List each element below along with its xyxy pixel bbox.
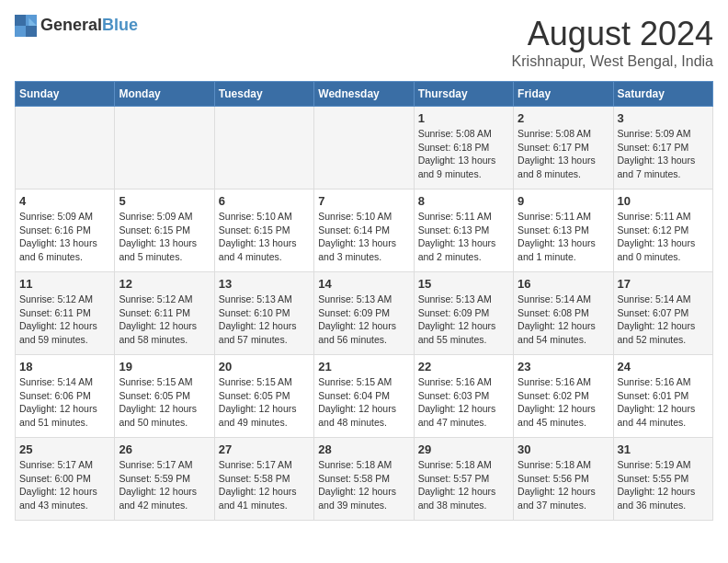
cell-1-2: 6Sunrise: 5:10 AM Sunset: 6:15 PM Daylig… xyxy=(214,190,313,272)
cell-0-2 xyxy=(214,107,313,190)
day-info-28: Sunrise: 5:18 AM Sunset: 5:58 PM Dayligh… xyxy=(318,458,409,512)
week-row-2: 4Sunrise: 5:09 AM Sunset: 6:16 PM Daylig… xyxy=(16,190,713,272)
cell-4-2: 27Sunrise: 5:17 AM Sunset: 5:58 PM Dayli… xyxy=(214,438,313,521)
cell-1-4: 8Sunrise: 5:11 AM Sunset: 6:13 PM Daylig… xyxy=(414,190,513,272)
cell-2-3: 14Sunrise: 5:13 AM Sunset: 6:09 PM Dayli… xyxy=(314,272,414,355)
cell-0-3 xyxy=(314,107,414,190)
main-title: August 2024 xyxy=(512,15,713,53)
day-info-23: Sunrise: 5:16 AM Sunset: 6:02 PM Dayligh… xyxy=(518,375,609,430)
cell-3-4: 22Sunrise: 5:16 AM Sunset: 6:03 PM Dayli… xyxy=(414,355,513,438)
day-number-1: 1 xyxy=(418,111,509,125)
cell-4-0: 25Sunrise: 5:17 AM Sunset: 6:00 PM Dayli… xyxy=(16,438,115,521)
day-number-30: 30 xyxy=(518,442,609,456)
day-number-2: 2 xyxy=(518,111,609,125)
cell-1-5: 9Sunrise: 5:11 AM Sunset: 6:13 PM Daylig… xyxy=(514,190,613,272)
logo-icon xyxy=(15,15,37,37)
cell-4-5: 30Sunrise: 5:18 AM Sunset: 5:56 PM Dayli… xyxy=(514,438,613,521)
cell-3-2: 20Sunrise: 5:15 AM Sunset: 6:05 PM Dayli… xyxy=(214,355,313,438)
week-row-3: 11Sunrise: 5:12 AM Sunset: 6:11 PM Dayli… xyxy=(16,272,713,355)
day-number-18: 18 xyxy=(19,360,110,373)
day-number-31: 31 xyxy=(618,442,709,456)
day-info-18: Sunrise: 5:14 AM Sunset: 6:06 PM Dayligh… xyxy=(19,375,110,430)
day-number-20: 20 xyxy=(219,360,310,373)
day-info-17: Sunrise: 5:14 AM Sunset: 6:07 PM Dayligh… xyxy=(618,293,709,347)
cell-3-1: 19Sunrise: 5:15 AM Sunset: 6:05 PM Dayli… xyxy=(115,355,214,438)
day-number-12: 12 xyxy=(119,277,210,291)
day-number-22: 22 xyxy=(418,360,509,373)
cell-4-3: 28Sunrise: 5:18 AM Sunset: 5:58 PM Dayli… xyxy=(314,438,414,521)
cell-1-6: 10Sunrise: 5:11 AM Sunset: 6:12 PM Dayli… xyxy=(613,190,712,272)
day-info-7: Sunrise: 5:10 AM Sunset: 6:14 PM Dayligh… xyxy=(318,210,409,264)
day-info-29: Sunrise: 5:18 AM Sunset: 5:57 PM Dayligh… xyxy=(418,458,509,512)
cell-2-2: 13Sunrise: 5:13 AM Sunset: 6:10 PM Dayli… xyxy=(214,272,313,355)
day-info-8: Sunrise: 5:11 AM Sunset: 6:13 PM Dayligh… xyxy=(418,210,509,264)
cell-0-6: 3Sunrise: 5:09 AM Sunset: 6:17 PM Daylig… xyxy=(613,107,712,190)
svg-rect-0 xyxy=(15,15,26,26)
cell-3-6: 24Sunrise: 5:16 AM Sunset: 6:01 PM Dayli… xyxy=(613,355,712,438)
day-info-10: Sunrise: 5:11 AM Sunset: 6:12 PM Dayligh… xyxy=(618,210,709,264)
cell-3-5: 23Sunrise: 5:16 AM Sunset: 6:02 PM Dayli… xyxy=(514,355,613,438)
day-info-14: Sunrise: 5:13 AM Sunset: 6:09 PM Dayligh… xyxy=(318,293,409,347)
day-number-3: 3 xyxy=(618,111,709,125)
cell-1-3: 7Sunrise: 5:10 AM Sunset: 6:14 PM Daylig… xyxy=(314,190,414,272)
day-info-11: Sunrise: 5:12 AM Sunset: 6:11 PM Dayligh… xyxy=(19,293,110,347)
day-number-11: 11 xyxy=(19,277,110,291)
logo: GeneralBlue xyxy=(15,15,138,37)
header-saturday: Saturday xyxy=(613,82,712,107)
day-number-29: 29 xyxy=(418,442,509,456)
day-number-4: 4 xyxy=(19,194,110,208)
day-info-2: Sunrise: 5:08 AM Sunset: 6:17 PM Dayligh… xyxy=(518,127,609,181)
day-number-19: 19 xyxy=(119,360,210,373)
day-info-1: Sunrise: 5:08 AM Sunset: 6:18 PM Dayligh… xyxy=(418,127,509,181)
day-number-17: 17 xyxy=(618,277,709,291)
day-info-19: Sunrise: 5:15 AM Sunset: 6:05 PM Dayligh… xyxy=(119,375,210,430)
cell-0-4: 1Sunrise: 5:08 AM Sunset: 6:18 PM Daylig… xyxy=(414,107,513,190)
day-number-14: 14 xyxy=(318,277,409,291)
cell-1-1: 5Sunrise: 5:09 AM Sunset: 6:15 PM Daylig… xyxy=(115,190,214,272)
day-info-27: Sunrise: 5:17 AM Sunset: 5:58 PM Dayligh… xyxy=(219,458,310,512)
day-info-26: Sunrise: 5:17 AM Sunset: 5:59 PM Dayligh… xyxy=(119,458,210,512)
page-header: GeneralBlue August 2024 Krishnapur, West… xyxy=(15,15,713,70)
header-sunday: Sunday xyxy=(16,82,115,107)
day-info-5: Sunrise: 5:09 AM Sunset: 6:15 PM Dayligh… xyxy=(119,210,210,264)
day-info-30: Sunrise: 5:18 AM Sunset: 5:56 PM Dayligh… xyxy=(518,458,609,512)
cell-0-5: 2Sunrise: 5:08 AM Sunset: 6:17 PM Daylig… xyxy=(514,107,613,190)
day-info-15: Sunrise: 5:13 AM Sunset: 6:09 PM Dayligh… xyxy=(418,293,509,347)
day-number-10: 10 xyxy=(618,194,709,208)
subtitle: Krishnapur, West Bengal, India xyxy=(512,53,713,70)
day-number-13: 13 xyxy=(219,277,310,291)
day-number-24: 24 xyxy=(618,360,709,373)
cell-3-3: 21Sunrise: 5:15 AM Sunset: 6:04 PM Dayli… xyxy=(314,355,414,438)
header-monday: Monday xyxy=(115,82,214,107)
day-number-7: 7 xyxy=(318,194,409,208)
day-info-13: Sunrise: 5:13 AM Sunset: 6:10 PM Dayligh… xyxy=(219,293,310,347)
day-info-21: Sunrise: 5:15 AM Sunset: 6:04 PM Dayligh… xyxy=(318,375,409,430)
weekday-header-row: SundayMondayTuesdayWednesdayThursdayFrid… xyxy=(16,82,713,107)
cell-2-4: 15Sunrise: 5:13 AM Sunset: 6:09 PM Dayli… xyxy=(414,272,513,355)
day-number-5: 5 xyxy=(119,194,210,208)
cell-3-0: 18Sunrise: 5:14 AM Sunset: 6:06 PM Dayli… xyxy=(16,355,115,438)
cell-2-6: 17Sunrise: 5:14 AM Sunset: 6:07 PM Dayli… xyxy=(613,272,712,355)
week-row-1: 1Sunrise: 5:08 AM Sunset: 6:18 PM Daylig… xyxy=(16,107,713,190)
week-row-5: 25Sunrise: 5:17 AM Sunset: 6:00 PM Dayli… xyxy=(16,438,713,521)
day-number-23: 23 xyxy=(518,360,609,373)
cell-2-5: 16Sunrise: 5:14 AM Sunset: 6:08 PM Dayli… xyxy=(514,272,613,355)
svg-rect-2 xyxy=(15,26,26,37)
svg-rect-3 xyxy=(26,26,37,37)
day-info-6: Sunrise: 5:10 AM Sunset: 6:15 PM Dayligh… xyxy=(219,210,310,264)
cell-4-6: 31Sunrise: 5:19 AM Sunset: 5:55 PM Dayli… xyxy=(613,438,712,521)
week-row-4: 18Sunrise: 5:14 AM Sunset: 6:06 PM Dayli… xyxy=(16,355,713,438)
day-number-8: 8 xyxy=(418,194,509,208)
day-number-25: 25 xyxy=(19,442,110,456)
day-number-15: 15 xyxy=(418,277,509,291)
cell-4-4: 29Sunrise: 5:18 AM Sunset: 5:57 PM Dayli… xyxy=(414,438,513,521)
header-thursday: Thursday xyxy=(414,82,513,107)
header-tuesday: Tuesday xyxy=(214,82,313,107)
cell-0-0 xyxy=(16,107,115,190)
cell-0-1 xyxy=(115,107,214,190)
day-info-4: Sunrise: 5:09 AM Sunset: 6:16 PM Dayligh… xyxy=(19,210,110,264)
header-friday: Friday xyxy=(514,82,613,107)
day-number-26: 26 xyxy=(119,442,210,456)
day-number-16: 16 xyxy=(518,277,609,291)
day-info-12: Sunrise: 5:12 AM Sunset: 6:11 PM Dayligh… xyxy=(119,293,210,347)
